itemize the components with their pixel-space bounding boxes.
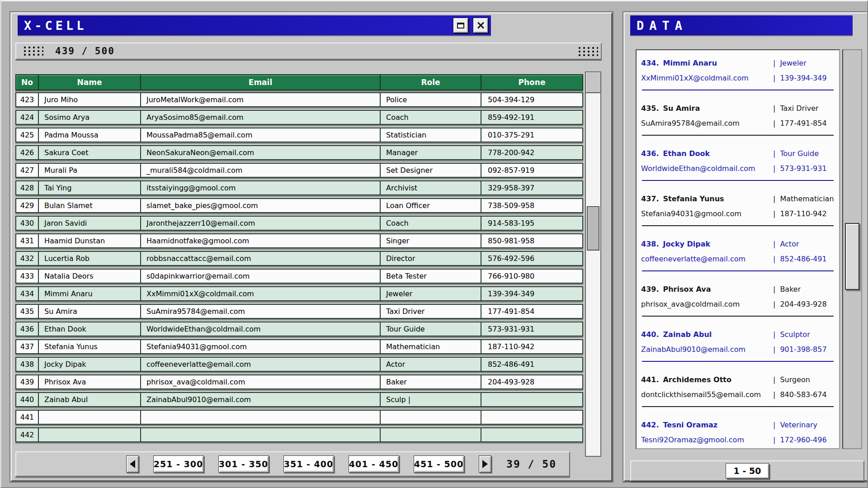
cell-phone[interactable]: 177-491-854 (481, 305, 582, 318)
cell-role[interactable]: Jeweler (381, 287, 481, 300)
prev-page-button[interactable] (126, 455, 139, 473)
cell-name[interactable]: Zainab Abul (39, 393, 141, 406)
cell-no[interactable]: 429 (16, 199, 39, 212)
scrollbar-thumb[interactable] (587, 206, 599, 251)
cell-email[interactable]: WorldwideEthan@coldmail.com (141, 322, 381, 336)
cell-role[interactable]: Taxi Driver (381, 305, 481, 318)
page-range-button[interactable]: 251 - 300 (153, 455, 204, 473)
cell-role[interactable]: Manager (381, 146, 481, 159)
cell-no[interactable]: 428 (16, 181, 39, 194)
cell-phone[interactable]: 010-375-291 (481, 128, 582, 142)
cell-email[interactable]: slamet_bake_pies@gmool.com (141, 199, 381, 212)
page-range-button[interactable]: 301 - 350 (218, 455, 269, 473)
cell-name[interactable]: Mimmi Anaru (39, 287, 141, 300)
close-button[interactable] (473, 18, 488, 33)
cell-name[interactable]: Jaron Savidi (39, 217, 141, 230)
cell-name[interactable] (39, 428, 141, 441)
cell-name[interactable]: Jocky Dipak (39, 358, 141, 371)
cell-no[interactable]: 431 (16, 234, 39, 247)
cell-role[interactable]: Archivist (381, 181, 481, 194)
cell-email[interactable] (141, 428, 381, 441)
cell-no[interactable]: 424 (16, 111, 39, 124)
cell-email[interactable]: _murali584@coldmail.com (141, 164, 381, 177)
cell-name[interactable]: Sosimo Arya (39, 111, 141, 124)
cell-role[interactable] (381, 411, 481, 424)
records-scrollbar[interactable] (842, 49, 862, 449)
cell-no[interactable]: 426 (16, 146, 39, 159)
cell-no[interactable]: 441 (16, 411, 39, 424)
cell-email[interactable]: XxMimmi01xX@coldmail.com (141, 287, 381, 300)
table-scrollbar[interactable] (585, 71, 601, 457)
cell-no[interactable]: 436 (16, 322, 39, 336)
cell-role[interactable]: Sculp | (381, 393, 481, 406)
cell-name[interactable]: Natalia Deors (39, 270, 141, 283)
scrollbar-top-box[interactable] (586, 72, 600, 93)
cell-no[interactable]: 433 (16, 270, 39, 283)
cell-name[interactable]: Sakura Coet (39, 146, 141, 159)
cell-email[interactable]: SuAmira95784@email.com (141, 305, 381, 318)
cell-phone[interactable]: 576-492-596 (481, 252, 582, 265)
cell-phone[interactable]: 766-910-980 (481, 270, 582, 283)
cell-phone[interactable]: 204-493-928 (481, 375, 582, 389)
cell-phone[interactable]: 738-509-958 (481, 199, 582, 212)
cell-name[interactable]: Haamid Dunstan (39, 234, 141, 247)
cell-no[interactable]: 432 (16, 252, 39, 265)
cell-phone[interactable] (481, 393, 582, 406)
cell-role[interactable]: Statistician (381, 128, 481, 142)
cell-email[interactable]: coffeeneverlatte@email.com (141, 358, 381, 371)
cell-email[interactable]: Haamidnotfake@gmool.com (141, 234, 381, 247)
cell-phone[interactable]: 859-492-191 (481, 111, 582, 124)
grid-handle-icon[interactable] (576, 45, 598, 58)
maximize-button[interactable] (453, 18, 468, 33)
cell-name[interactable]: Phrisox Ava (39, 375, 141, 389)
cell-role[interactable] (381, 428, 481, 441)
page-range-button[interactable]: 401 - 450 (349, 455, 399, 473)
cell-role[interactable]: Baker (381, 375, 481, 389)
cell-no[interactable]: 439 (16, 375, 39, 389)
cell-email[interactable]: JuroMetalWork@email.com (141, 93, 381, 106)
cell-no[interactable]: 423 (16, 93, 39, 106)
cell-role[interactable]: Loan Officer (381, 199, 481, 212)
cell-phone[interactable]: 914-583-195 (481, 217, 582, 230)
cell-role[interactable]: Tour Guide (381, 322, 481, 336)
cell-email[interactable]: s0dapinkwarrior@email.com (141, 270, 381, 283)
cell-name[interactable]: Su Amira (39, 305, 141, 318)
cell-no[interactable]: 437 (16, 340, 39, 353)
cell-no[interactable]: 438 (16, 358, 39, 371)
cell-name[interactable]: Ethan Dook (39, 322, 141, 336)
cell-no[interactable]: 442 (16, 428, 39, 441)
cell-phone[interactable]: 573-931-931 (481, 322, 582, 336)
cell-role[interactable]: Singer (381, 234, 481, 247)
cell-role[interactable]: Actor (381, 358, 481, 371)
cell-role[interactable]: Police (381, 93, 481, 106)
cell-role[interactable]: Set Designer (381, 164, 481, 177)
scrollbar-thumb[interactable] (845, 223, 859, 290)
page-range-button[interactable]: 451 - 500 (414, 455, 464, 473)
cell-role[interactable]: Mathematician (381, 340, 481, 353)
cell-no[interactable]: 434 (16, 287, 39, 300)
cell-email[interactable]: Stefania94031@gmool.com (141, 340, 381, 353)
cell-email[interactable]: AryaSosimo85@email.com (141, 111, 381, 124)
cell-no[interactable]: 425 (16, 128, 39, 142)
cell-name[interactable]: Tai Ying (39, 181, 141, 194)
cell-email[interactable]: itsstaiyingg@gmool.com (141, 181, 381, 194)
range-button[interactable]: 1 - 50 (726, 463, 769, 479)
cell-name[interactable]: Lucertia Rob (39, 252, 141, 265)
cell-name[interactable]: Bulan Slamet (39, 199, 141, 212)
cell-phone[interactable]: 850-981-958 (481, 234, 582, 247)
cell-email[interactable]: ZainabAbul9010@email.com (141, 393, 381, 406)
page-range-button[interactable]: 351 - 400 (283, 455, 334, 473)
cell-phone[interactable]: 504-394-129 (481, 93, 582, 106)
grid-handle-icon[interactable] (22, 45, 43, 57)
cell-email[interactable]: MoussaPadma85@email.com (141, 128, 381, 142)
cell-no[interactable]: 430 (16, 217, 39, 230)
cell-phone[interactable]: 187-110-942 (481, 340, 582, 353)
cell-phone[interactable]: 329-958-397 (481, 181, 582, 194)
cell-email[interactable]: phrisox_ava@coldmail.com (141, 375, 381, 389)
cell-name[interactable]: Stefania Yunus (39, 340, 141, 353)
cell-phone[interactable]: 092-857-919 (481, 164, 582, 177)
cell-no[interactable]: 427 (16, 164, 39, 177)
cell-name[interactable] (39, 411, 141, 424)
cell-phone[interactable] (481, 411, 582, 424)
cell-name[interactable]: Murali Pa (39, 164, 141, 177)
